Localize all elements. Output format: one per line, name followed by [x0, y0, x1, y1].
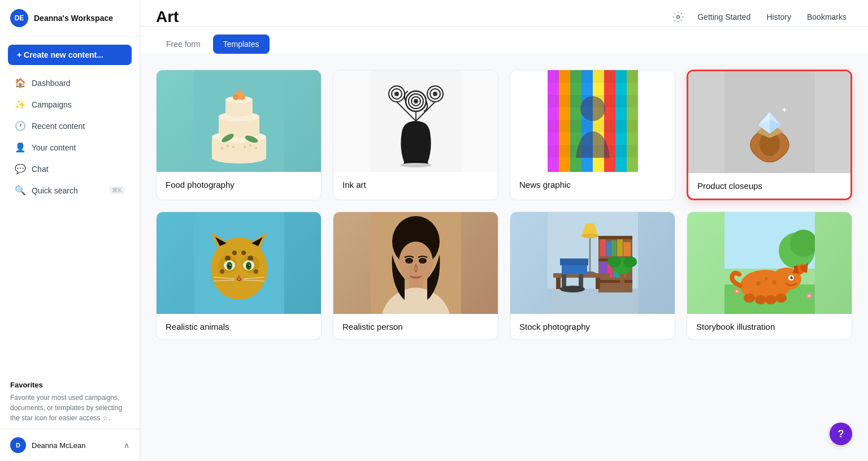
sidebar-footer[interactable]: D Deanna McLean ∧ [0, 429, 140, 461]
card-realistic-person[interactable]: Realistic person [333, 212, 498, 340]
tab-bar: Free form Templates [140, 35, 868, 54]
getting-started-button[interactable]: Getting Started [692, 9, 756, 25]
svg-point-150 [772, 280, 776, 285]
svg-rect-102 [598, 236, 632, 239]
svg-point-27 [414, 99, 418, 104]
card-storybook-illustration[interactable]: Storybook illustration [687, 212, 852, 340]
svg-point-98 [420, 259, 424, 264]
card-image-food-photography [157, 70, 321, 172]
svg-point-73 [232, 251, 237, 255]
card-stock-photography[interactable]: Stock photography [510, 212, 675, 340]
news-graphic-illustration [548, 70, 638, 172]
svg-point-75 [220, 269, 224, 274]
sidebar-item-label: Dashboard [32, 79, 71, 88]
svg-point-76 [254, 269, 258, 274]
svg-point-145 [755, 295, 766, 304]
topbar-actions: Getting Started History Bookmarks [669, 8, 852, 26]
search-icon: 🔍 [15, 185, 26, 196]
create-new-content-button[interactable]: + Create new content... [8, 45, 132, 65]
svg-point-0 [677, 16, 680, 19]
main-content: Art Getting Started History Bookmarks Fr… [140, 0, 868, 461]
svg-point-18 [232, 146, 235, 148]
templates-grid: Food photography [156, 70, 852, 340]
bookmarks-button[interactable]: Bookmarks [801, 9, 852, 25]
svg-rect-120 [596, 278, 600, 289]
card-label-realistic-person: Realistic person [333, 314, 498, 339]
card-label-storybook-illustration: Storybook illustration [687, 314, 852, 339]
svg-rect-109 [623, 242, 631, 256]
sidebar-item-campaigns[interactable]: ✨ Campaigns [5, 94, 135, 115]
svg-point-144 [744, 294, 755, 303]
svg-point-13 [240, 94, 245, 100]
food-photography-illustration [194, 70, 284, 172]
svg-point-74 [241, 251, 246, 255]
svg-rect-119 [556, 278, 561, 289]
sidebar-item-label: Chat [32, 165, 49, 174]
svg-point-12 [233, 94, 238, 100]
stock-photography-illustration [548, 212, 638, 314]
sidebar-item-label: Campaigns [32, 100, 72, 109]
card-realistic-animals[interactable]: Realistic animals [156, 212, 322, 340]
ink-art-illustration [371, 70, 461, 172]
topbar: Art Getting Started History Bookmarks [140, 0, 868, 27]
recent-icon: 🕐 [15, 120, 26, 131]
card-image-ink-art [333, 70, 498, 172]
card-news-graphic[interactable]: News graphic [510, 70, 675, 200]
svg-point-117 [581, 234, 598, 238]
tab-free-form[interactable]: Free form [156, 35, 211, 54]
sidebar-item-label: Recent content [32, 122, 85, 131]
svg-point-146 [765, 295, 776, 304]
svg-rect-105 [600, 239, 606, 256]
sidebar-item-your-content[interactable]: 👤 Your content [5, 137, 135, 158]
settings-icon-button[interactable] [669, 8, 687, 26]
svg-rect-122 [560, 258, 588, 265]
templates-grid-container: Food photography [140, 54, 868, 461]
user-avatar: D [10, 437, 26, 453]
sidebar-item-dashboard[interactable]: 🏠 Dashboard [5, 72, 135, 93]
shortcut-badge: ⌘K [109, 186, 125, 195]
sidebar-item-recent[interactable]: 🕐 Recent content [5, 115, 135, 136]
svg-point-149 [765, 277, 768, 281]
dashboard-icon: 🏠 [15, 77, 26, 88]
svg-rect-49 [548, 120, 638, 132]
sidebar-header: DE Deanna's Workspace [0, 0, 140, 37]
svg-rect-107 [611, 240, 617, 256]
svg-point-83 [229, 265, 231, 266]
svg-point-30 [394, 92, 399, 96]
card-label-food-photography: Food photography [157, 172, 321, 197]
svg-point-16 [221, 147, 223, 149]
svg-point-19 [244, 146, 246, 148]
card-image-news-graphic [510, 70, 675, 172]
favorites-description: Favorite your most used campaigns, docum… [10, 393, 129, 423]
svg-rect-108 [617, 239, 623, 256]
chat-icon: 💬 [15, 163, 26, 174]
tab-templates[interactable]: Templates [213, 35, 270, 54]
card-label-ink-art: Ink art [333, 172, 498, 197]
campaigns-icon: ✨ [15, 99, 26, 110]
card-product-closeups[interactable]: Product closeups [687, 70, 852, 200]
card-label-news-graphic: News graphic [510, 172, 675, 197]
card-image-stock-photography [510, 212, 675, 314]
svg-rect-106 [606, 242, 611, 256]
realistic-person-illustration [371, 212, 461, 314]
product-closeups-illustration [724, 71, 815, 173]
chevron-up-icon: ∧ [124, 441, 129, 450]
favorites-section: Favorites Favorite your most used campai… [0, 373, 140, 429]
help-button[interactable]: ? [830, 423, 852, 445]
card-ink-art[interactable]: Ink art [333, 70, 498, 200]
svg-point-125 [560, 286, 585, 292]
svg-point-37 [400, 163, 432, 167]
svg-point-51 [580, 96, 605, 121]
card-food-photography[interactable]: Food photography [156, 70, 322, 200]
card-image-realistic-person [333, 212, 498, 314]
card-image-storybook-illustration [687, 212, 852, 314]
sidebar-item-quick-search[interactable]: 🔍 Quick search ⌘K [5, 180, 135, 201]
history-button[interactable]: History [761, 9, 797, 25]
svg-point-21 [255, 147, 257, 149]
svg-point-33 [433, 92, 437, 96]
workspace-name: Deanna's Workspace [34, 14, 113, 23]
svg-point-142 [790, 277, 793, 279]
sidebar-item-chat[interactable]: 💬 Chat [5, 158, 135, 179]
nav-list: 🏠 Dashboard ✨ Campaigns 🕐 Recent content… [0, 70, 140, 373]
realistic-animals-illustration [194, 212, 284, 314]
